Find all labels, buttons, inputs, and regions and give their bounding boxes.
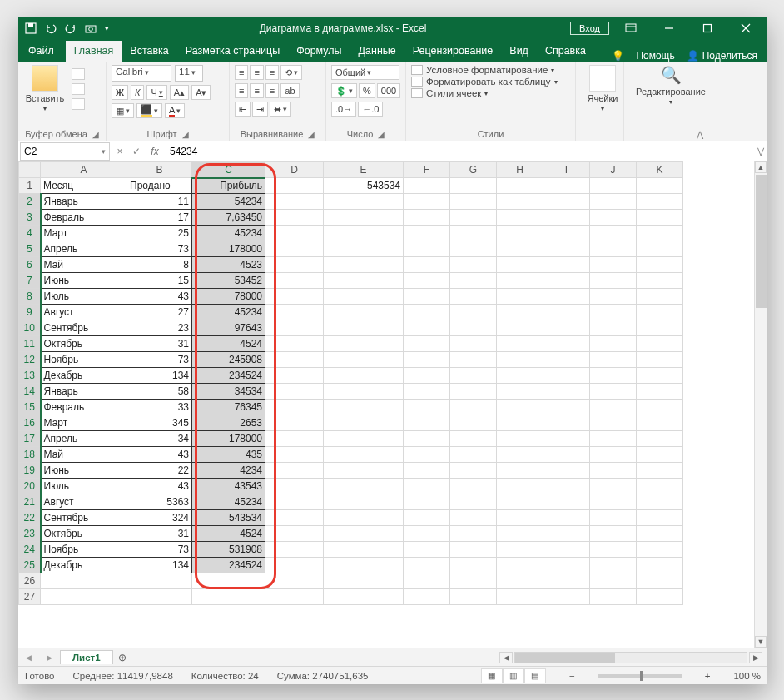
cell[interactable] bbox=[637, 352, 683, 368]
cell[interactable] bbox=[404, 589, 450, 605]
editing-button[interactable]: 🔍 Редактирование ▾ bbox=[629, 65, 712, 106]
cell[interactable] bbox=[450, 320, 497, 336]
format-painter-icon[interactable] bbox=[72, 98, 85, 110]
paste-button[interactable]: Вставить ▾ bbox=[23, 65, 67, 112]
format-as-table-button[interactable]: Форматировать как таблицу▾ bbox=[411, 77, 570, 87]
cell[interactable] bbox=[324, 400, 404, 415]
cell[interactable] bbox=[637, 479, 683, 494]
cell[interactable] bbox=[543, 400, 590, 415]
cell[interactable] bbox=[590, 431, 637, 447]
col-header-F[interactable]: F bbox=[404, 162, 450, 178]
cell[interactable]: Декабрь bbox=[41, 558, 127, 573]
cancel-formula-icon[interactable]: × bbox=[112, 146, 128, 157]
cell[interactable] bbox=[324, 494, 404, 510]
currency-icon[interactable]: 💲 bbox=[331, 83, 357, 98]
cell[interactable] bbox=[324, 589, 404, 605]
cell[interactable]: Июнь bbox=[41, 463, 127, 479]
cell[interactable] bbox=[265, 305, 324, 320]
cell[interactable] bbox=[637, 400, 683, 415]
cell[interactable] bbox=[404, 526, 450, 542]
cell[interactable]: 543534 bbox=[324, 178, 404, 194]
cell[interactable]: Ноябрь bbox=[41, 352, 127, 368]
cell[interactable] bbox=[450, 526, 497, 542]
cell[interactable] bbox=[590, 494, 637, 510]
cell[interactable] bbox=[543, 178, 590, 194]
cell[interactable] bbox=[637, 273, 683, 289]
cell[interactable] bbox=[497, 305, 543, 320]
login-button[interactable]: Вход bbox=[570, 22, 609, 35]
cell[interactable] bbox=[450, 415, 497, 431]
cell[interactable]: 34 bbox=[127, 431, 192, 447]
row-header[interactable]: 9 bbox=[19, 305, 41, 320]
cell[interactable] bbox=[127, 573, 192, 589]
orientation-icon[interactable]: ⟲ bbox=[280, 65, 302, 80]
cell[interactable] bbox=[41, 589, 127, 605]
cell[interactable] bbox=[265, 194, 324, 210]
cell[interactable] bbox=[265, 558, 324, 573]
cell[interactable] bbox=[324, 479, 404, 494]
scroll-right-icon[interactable]: ▶ bbox=[749, 652, 762, 663]
cell[interactable] bbox=[265, 573, 324, 589]
font-launcher-icon[interactable]: ◢ bbox=[182, 130, 189, 139]
cell[interactable] bbox=[265, 178, 324, 194]
cell[interactable] bbox=[590, 589, 637, 605]
cell[interactable] bbox=[590, 210, 637, 226]
cell[interactable] bbox=[404, 241, 450, 257]
cell[interactable] bbox=[497, 573, 543, 589]
h-scroll-thumb[interactable] bbox=[515, 653, 615, 663]
cell[interactable] bbox=[590, 400, 637, 415]
cell[interactable] bbox=[450, 226, 497, 241]
cell[interactable] bbox=[265, 226, 324, 241]
cell[interactable] bbox=[637, 336, 683, 352]
cell[interactable]: Апрель bbox=[41, 241, 127, 257]
cell[interactable] bbox=[637, 447, 683, 463]
cell[interactable] bbox=[404, 510, 450, 526]
row-header[interactable]: 15 bbox=[19, 400, 41, 415]
cell[interactable]: 43 bbox=[127, 447, 192, 463]
cell[interactable]: Март bbox=[41, 226, 127, 241]
cell[interactable] bbox=[404, 479, 450, 494]
cell[interactable] bbox=[404, 447, 450, 463]
cell[interactable] bbox=[543, 320, 590, 336]
cell[interactable]: 435 bbox=[192, 447, 265, 463]
cell[interactable] bbox=[324, 415, 404, 431]
cell[interactable] bbox=[543, 463, 590, 479]
cell[interactable] bbox=[404, 226, 450, 241]
cell[interactable] bbox=[590, 510, 637, 526]
cell[interactable]: 27 bbox=[127, 305, 192, 320]
collapse-ribbon-icon[interactable]: ⋀ bbox=[697, 130, 703, 139]
cell[interactable] bbox=[637, 178, 683, 194]
comma-icon[interactable]: 000 bbox=[377, 83, 400, 98]
sheet-nav-prev-icon[interactable]: ◄ bbox=[24, 653, 33, 663]
cell[interactable] bbox=[265, 241, 324, 257]
fx-icon[interactable]: fx bbox=[145, 146, 165, 157]
cell[interactable] bbox=[590, 320, 637, 336]
cell[interactable] bbox=[637, 320, 683, 336]
redo-icon[interactable] bbox=[65, 22, 77, 34]
cell[interactable] bbox=[543, 384, 590, 400]
cell[interactable] bbox=[637, 573, 683, 589]
zoom-in-icon[interactable]: + bbox=[700, 671, 716, 681]
cell[interactable] bbox=[450, 384, 497, 400]
cell[interactable] bbox=[497, 241, 543, 257]
cell[interactable] bbox=[265, 336, 324, 352]
cell[interactable] bbox=[543, 368, 590, 384]
row-header[interactable]: 5 bbox=[19, 241, 41, 257]
cell[interactable] bbox=[497, 526, 543, 542]
conditional-format-button[interactable]: Условное форматирование▾ bbox=[411, 65, 570, 75]
cell[interactable]: 31 bbox=[127, 336, 192, 352]
cell[interactable]: Март bbox=[41, 415, 127, 431]
col-header-C[interactable]: C bbox=[192, 162, 265, 178]
zoom-out-icon[interactable]: − bbox=[564, 671, 580, 681]
cell[interactable] bbox=[497, 510, 543, 526]
align-launcher-icon[interactable]: ◢ bbox=[308, 130, 315, 139]
select-all-corner[interactable] bbox=[19, 162, 41, 178]
cell[interactable] bbox=[450, 336, 497, 352]
cell[interactable] bbox=[450, 447, 497, 463]
cell[interactable] bbox=[324, 431, 404, 447]
border-icon[interactable]: ▦ bbox=[112, 103, 134, 118]
fill-color-icon[interactable]: ⬛ bbox=[136, 103, 162, 118]
cell[interactable] bbox=[543, 558, 590, 573]
cell[interactable] bbox=[543, 352, 590, 368]
indent-inc-icon[interactable]: ⇥ bbox=[252, 102, 268, 117]
